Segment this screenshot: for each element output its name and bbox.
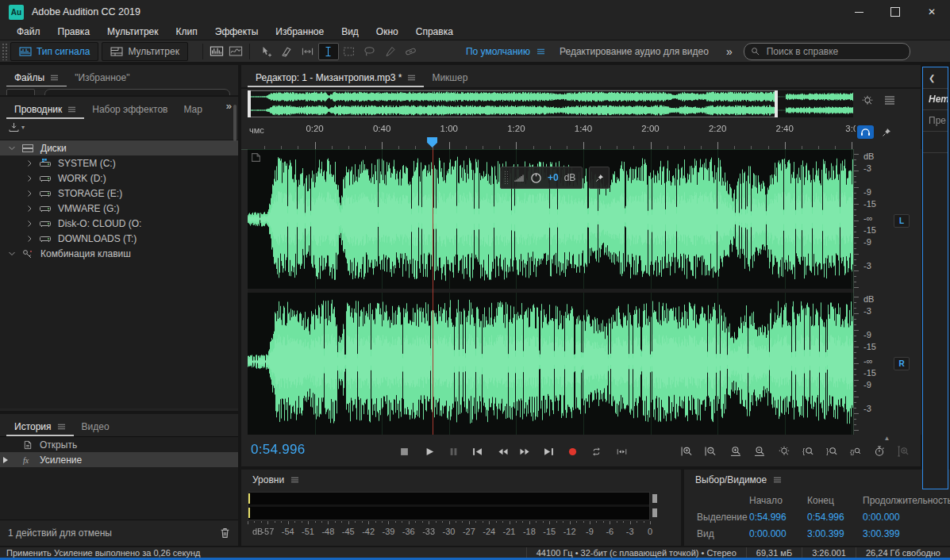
zoom-out-time-button[interactable] bbox=[749, 443, 770, 460]
tree-item[interactable]: VMWARE (G:) bbox=[0, 201, 238, 216]
channel-badge[interactable]: L bbox=[894, 214, 910, 228]
current-time[interactable]: 0:54.996 bbox=[251, 442, 306, 458]
history-item[interactable]: fxУсиление bbox=[0, 452, 238, 467]
tree-item[interactable]: Disk-O: CLOUD (O: bbox=[0, 216, 238, 231]
tree-item[interactable]: Комбинация клавиш bbox=[0, 246, 238, 261]
hud-pin-button[interactable] bbox=[589, 167, 610, 189]
menu-item[interactable]: Мультитрек bbox=[98, 26, 167, 37]
zoom-out-amplitude-button[interactable] bbox=[700, 443, 721, 460]
gain-hud[interactable]: +0 dB bbox=[500, 167, 583, 189]
zoom-selection-button[interactable] bbox=[893, 443, 913, 460]
lasso-selection-tool-button[interactable] bbox=[360, 43, 380, 60]
files-panel-menu-icon[interactable] bbox=[50, 74, 59, 82]
editor-tab[interactable]: Микшер bbox=[424, 65, 475, 86]
zoom-to-in-point-button[interactable]: { bbox=[798, 443, 818, 460]
zoom-to-selection-button[interactable]: {} bbox=[845, 443, 866, 460]
import-dropdown-caret[interactable]: ▾ bbox=[21, 124, 25, 131]
fast-forward-button[interactable] bbox=[514, 443, 535, 460]
explorer-tab-overflow[interactable]: » bbox=[226, 97, 232, 112]
import-icon[interactable] bbox=[8, 122, 20, 132]
skip-to-start-button[interactable] bbox=[467, 443, 487, 460]
tree-item[interactable]: STORAGE (E:) bbox=[0, 186, 238, 201]
gain-knob-icon[interactable] bbox=[530, 172, 542, 184]
tree-item[interactable]: WORK (D:) bbox=[0, 171, 238, 186]
explorer-tab[interactable]: Набор эффектов bbox=[84, 97, 175, 117]
file-overview-bar[interactable] bbox=[248, 90, 853, 117]
explorer-tab[interactable]: Проводник bbox=[6, 97, 84, 119]
chevron-right-icon[interactable] bbox=[25, 205, 33, 213]
maximize-button[interactable] bbox=[877, 0, 913, 24]
rail-item[interactable] bbox=[923, 132, 948, 153]
explorer-panel-menu-icon[interactable] bbox=[67, 105, 76, 113]
spectral-display-icon[interactable] bbox=[229, 46, 243, 56]
waveform-display-area[interactable]: +0 dB bbox=[248, 149, 853, 435]
menu-item[interactable]: Вид bbox=[333, 26, 367, 37]
explorer-scrollbar[interactable] bbox=[233, 105, 237, 141]
selection-value[interactable]: 3:00.399 bbox=[863, 528, 944, 539]
selection-value[interactable]: 0:00.000 bbox=[863, 512, 944, 523]
rewind-button[interactable] bbox=[492, 443, 513, 460]
waveform-editor-button[interactable]: Тип сигнала bbox=[10, 42, 98, 61]
menu-item[interactable]: Окно bbox=[367, 26, 407, 37]
overview-left-handle[interactable] bbox=[248, 90, 251, 117]
channel-edit-button[interactable] bbox=[857, 125, 874, 139]
files-tab[interactable]: "Избранное" bbox=[67, 65, 137, 86]
zoom-to-out-point-button[interactable]: } bbox=[821, 443, 842, 460]
spot-healing-brush-tool-button[interactable] bbox=[401, 43, 421, 60]
workspace-default-button[interactable]: По умолчанию bbox=[466, 46, 530, 57]
scale-pin-icon[interactable] bbox=[882, 127, 891, 138]
overview-right-handle[interactable] bbox=[775, 90, 778, 117]
timed-record-button[interactable] bbox=[869, 443, 890, 460]
tree-item[interactable]: SYSTEM (C:) bbox=[0, 155, 238, 171]
skip-to-end-button[interactable] bbox=[538, 443, 559, 460]
rail-item[interactable]: Нет bbox=[923, 89, 948, 110]
rail-collapse-button[interactable]: ❮ bbox=[923, 67, 948, 89]
toolbar-grip[interactable] bbox=[2, 43, 7, 60]
menu-item[interactable]: Клип bbox=[167, 26, 206, 37]
selection-value[interactable]: 0:54.996 bbox=[807, 512, 863, 523]
chevron-right-icon[interactable] bbox=[25, 235, 33, 243]
selection-menu-icon[interactable] bbox=[773, 476, 782, 484]
files-tab[interactable]: Файлы bbox=[6, 65, 67, 87]
move-tool-button[interactable] bbox=[256, 43, 277, 60]
overview-visible-range[interactable] bbox=[248, 90, 778, 117]
help-search-box[interactable] bbox=[744, 43, 910, 60]
pause-button[interactable] bbox=[443, 443, 463, 460]
rail-item[interactable]: Пре bbox=[923, 110, 948, 132]
editor-panel-menu-icon[interactable] bbox=[407, 74, 416, 82]
workspace-mode-label[interactable]: Редактирование аудио для видео bbox=[560, 46, 709, 57]
editor-tab[interactable]: Редактор: 1 - Мизантропия.mp3 * bbox=[248, 65, 424, 87]
chevron-right-icon[interactable] bbox=[25, 159, 33, 167]
selection-value[interactable]: 3:00.399 bbox=[807, 528, 863, 539]
collapsed-effects-rail[interactable]: ❮НетПре bbox=[922, 67, 948, 489]
tree-item[interactable]: DOWNLOADS (T:) bbox=[0, 231, 238, 246]
razor-tool-button[interactable] bbox=[277, 43, 298, 60]
history-tab[interactable]: Видео bbox=[74, 414, 117, 435]
stop-button[interactable] bbox=[394, 443, 414, 460]
selection-value[interactable]: 0:00.000 bbox=[749, 528, 807, 539]
chevron-right-icon[interactable] bbox=[25, 190, 33, 198]
menu-item[interactable]: Избранное bbox=[267, 26, 333, 37]
workspace-menu-icon[interactable] bbox=[537, 48, 545, 56]
minimize-button[interactable] bbox=[840, 0, 877, 24]
marquee-selection-tool-button[interactable] bbox=[339, 43, 360, 60]
waveform-display-icon[interactable] bbox=[210, 46, 224, 56]
levels-menu-icon[interactable] bbox=[290, 476, 299, 484]
chevron-right-icon[interactable] bbox=[25, 220, 33, 228]
zoom-in-time-button[interactable] bbox=[725, 443, 746, 460]
slip-tool-button[interactable] bbox=[298, 43, 318, 60]
chevron-down-icon[interactable] bbox=[8, 144, 16, 152]
overview-menu-icon[interactable] bbox=[884, 95, 895, 105]
tree-item[interactable]: Диски bbox=[0, 140, 238, 155]
skip-selection-button[interactable] bbox=[611, 443, 632, 460]
chevron-down-icon[interactable] bbox=[8, 250, 16, 258]
zoom-reset-button[interactable] bbox=[774, 443, 794, 460]
waveform-canvas[interactable] bbox=[248, 149, 853, 435]
menu-item[interactable]: Эффекты bbox=[206, 26, 267, 37]
search-input[interactable] bbox=[765, 45, 879, 58]
workspace-overflow-chevron[interactable]: » bbox=[726, 45, 733, 58]
history-tab[interactable]: История bbox=[6, 414, 74, 436]
multitrack-button[interactable]: Мультитрек bbox=[102, 42, 187, 61]
paintbrush-selection-tool-button[interactable] bbox=[380, 43, 401, 60]
menu-item[interactable]: Правка bbox=[49, 26, 99, 37]
